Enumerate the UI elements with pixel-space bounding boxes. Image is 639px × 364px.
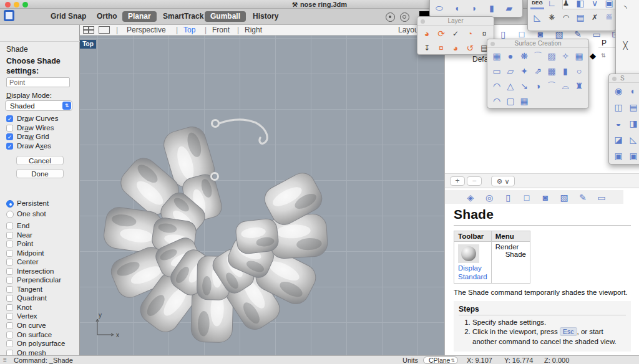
checkbox[interactable] <box>6 241 13 247</box>
arc-slab-2-icon[interactable]: ◗ <box>467 2 481 14</box>
history-toggle[interactable]: History <box>247 11 284 22</box>
check-layer-2-icon[interactable]: ◔ <box>463 27 477 40</box>
radio-row[interactable]: Persistent <box>6 199 78 210</box>
srf-network-icon[interactable]: ❋ <box>517 50 531 62</box>
checkbox-row[interactable]: Vertex <box>6 312 78 322</box>
ribbon-icon[interactable]: ↘ <box>517 80 531 92</box>
patch-icon[interactable]: ○ <box>572 65 586 77</box>
radio-row[interactable]: One shot <box>6 210 78 221</box>
viewport-title-badge[interactable]: Top <box>80 40 96 49</box>
extrude-solid-icon[interactable]: ◪ <box>612 133 625 146</box>
heightfield-icon[interactable]: ▦ <box>517 95 531 107</box>
checkbox-row[interactable]: Intersection <box>6 267 78 277</box>
checkbox[interactable] <box>6 332 13 338</box>
area-icon[interactable]: ◧ <box>573 0 587 9</box>
knife-icon[interactable]: ◺ <box>530 11 544 24</box>
boolean-split-icon[interactable]: ▤ <box>627 101 639 113</box>
copy-to-layer-icon[interactable]: ↺ <box>463 42 477 54</box>
boolean-difference-icon[interactable]: ◐ <box>627 85 639 97</box>
smarttrack-toggle[interactable]: SmartTrack <box>157 11 209 22</box>
checkbox-row[interactable]: Point <box>6 240 78 249</box>
delete-layer-button[interactable]: − <box>467 176 482 186</box>
shade-toolbar-button[interactable] <box>458 244 479 263</box>
move-to-layer-icon[interactable]: ◕ <box>449 42 462 54</box>
torus-icon[interactable]: ⬭ <box>432 2 446 14</box>
checkbox-row[interactable]: End <box>6 222 78 231</box>
command-history-menu-icon[interactable]: ≡ <box>3 357 7 363</box>
box-edit-icon[interactable]: ▣ <box>602 0 616 9</box>
camera-panel-tab[interactable]: ◙ <box>536 191 555 204</box>
palette-close-icon[interactable] <box>421 19 425 24</box>
radio-button[interactable] <box>6 211 14 218</box>
srf-edge-curves-icon[interactable]: ✧ <box>559 50 572 62</box>
checkbox[interactable] <box>6 223 13 229</box>
tab-front[interactable]: Front <box>212 26 230 34</box>
checkbox-row[interactable]: On curve <box>6 322 78 331</box>
checkbox-row[interactable]: On surface <box>6 331 78 340</box>
checkbox[interactable]: ✓ <box>6 115 13 122</box>
checkbox[interactable] <box>6 250 13 257</box>
checkbox[interactable] <box>6 304 13 311</box>
srf-point-grid-icon[interactable]: ✦ <box>517 65 531 77</box>
checkbox[interactable] <box>6 125 13 132</box>
shell-icon[interactable]: ◺ <box>627 133 639 146</box>
blend-srf-icon[interactable]: ◑ <box>531 80 545 92</box>
grid-snap-toggle[interactable]: Grid Snap <box>45 11 92 22</box>
gumball-toggle[interactable]: Gumball <box>205 11 246 22</box>
srf-2curves-icon[interactable]: ⌒ <box>531 50 545 62</box>
checkbox[interactable]: ✓ <box>6 143 13 150</box>
select-layer-icon[interactable]: ⟳ <box>434 27 448 40</box>
plane-corners-icon[interactable]: ▭ <box>490 65 504 77</box>
satellite-icon[interactable]: ❋ <box>545 11 559 24</box>
command-prompt[interactable]: Command: _Shade <box>14 357 73 364</box>
checkbox[interactable] <box>6 322 13 329</box>
checkbox-row[interactable]: ✓Draw Curves <box>6 115 78 124</box>
hook-wire[interactable] <box>212 120 268 180</box>
shade-settings-input[interactable] <box>6 77 70 87</box>
radio-button[interactable] <box>6 200 14 208</box>
checkbox-row[interactable]: Center <box>6 258 78 267</box>
srf-sphere-icon[interactable]: ● <box>504 50 517 62</box>
inner-stone[interactable] <box>235 218 280 254</box>
add-layer-button[interactable]: + <box>450 176 465 186</box>
flag-box-icon[interactable]: ▰ <box>502 2 516 14</box>
osnap-filter-icon[interactable] <box>386 12 395 22</box>
sweep-1-icon[interactable]: ♜ <box>572 80 586 92</box>
checkbox[interactable]: ✓ <box>6 133 13 140</box>
ortho-toggle[interactable]: Ortho <box>91 11 123 22</box>
record-history-icon[interactable] <box>400 12 409 22</box>
note-x-icon[interactable]: ✗ <box>588 11 602 24</box>
srf-plane-icon[interactable]: ▨ <box>545 50 559 62</box>
properties-panel-tab[interactable]: ◎ <box>480 191 499 204</box>
nose-ring-model[interactable]: y x <box>80 36 444 355</box>
drape-icon[interactable]: ◠ <box>490 80 504 92</box>
map-icon[interactable]: ▤ <box>573 11 587 24</box>
plane-square-icon[interactable]: ▢ <box>504 95 517 107</box>
curve-v-icon[interactable]: ∨ <box>588 0 602 9</box>
pouch-icon[interactable]: ◠ <box>559 11 573 24</box>
bulb-layer-icon[interactable]: ¤ <box>434 42 448 54</box>
picture-frame-icon[interactable]: ▦ <box>572 50 586 62</box>
extrude-srf-icon[interactable]: ◨ <box>627 117 639 130</box>
done-button[interactable]: Done <box>16 169 64 178</box>
checkbox-row[interactable]: Quadrant <box>6 294 78 304</box>
cap-planar-2-icon[interactable]: ▣ <box>627 150 639 162</box>
check-layer-icon[interactable]: ✓ <box>449 27 462 40</box>
layer-anchor-icon[interactable]: ↧ <box>420 42 434 54</box>
extrude-along-icon[interactable]: ▮ <box>559 65 572 77</box>
checkbox-row[interactable]: Midpoint <box>6 249 78 259</box>
single-viewport-icon[interactable] <box>99 26 110 34</box>
cross-lines-icon[interactable]: ╳ <box>618 39 632 52</box>
boolean-intersection-icon[interactable]: ◫ <box>612 101 625 113</box>
layer-bulb-icon[interactable]: ¤ <box>477 27 491 40</box>
notes-panel-tab[interactable]: ✎ <box>573 191 592 204</box>
checkbox[interactable] <box>6 268 13 275</box>
checkbox-row[interactable]: Draw Wires <box>6 124 78 133</box>
checkbox-row[interactable]: Tangent <box>6 285 78 295</box>
tab-perspective[interactable]: Perspective <box>127 26 166 34</box>
checkbox[interactable] <box>6 295 13 302</box>
checkbox-row[interactable]: Near <box>6 231 78 241</box>
arc-slab-icon[interactable]: ◖ <box>450 2 464 14</box>
tab-layout-partial[interactable]: Layou <box>398 26 419 34</box>
palette-close-icon[interactable] <box>490 42 495 46</box>
